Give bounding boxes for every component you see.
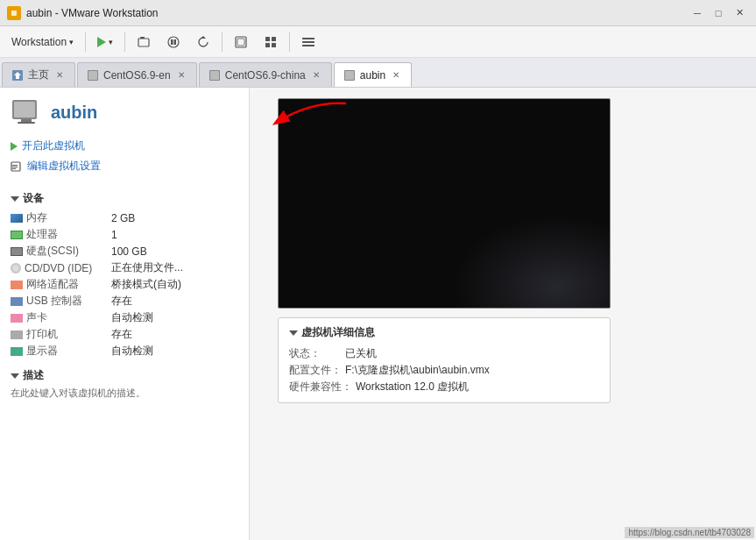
memory-label-cell: 内存 (11, 210, 111, 225)
red-arrow-annotation (258, 96, 355, 139)
left-scroll-area[interactable]: 设备 内存 2 GB 处理器 1 (0, 181, 249, 540)
details-triangle-icon (289, 330, 298, 336)
toolbar-separator-4 (289, 32, 290, 52)
maximize-button[interactable]: □ (709, 5, 728, 21)
sound-value: 自动检测 (111, 310, 153, 325)
minimize-button[interactable]: ─ (688, 5, 707, 21)
suspend-button[interactable] (160, 30, 187, 54)
vm-details-header: 虚拟机详细信息 (289, 325, 599, 340)
vm-icon (11, 96, 42, 128)
cd-label: CD/DVD (IDE) (25, 262, 92, 274)
app-icon (7, 6, 21, 20)
play-button[interactable]: ▾ (91, 30, 119, 54)
snapshot-icon (137, 35, 151, 49)
svg-rect-21 (210, 71, 219, 80)
revert-button[interactable] (190, 30, 216, 54)
svg-rect-14 (302, 38, 314, 39)
home-tab-icon (11, 69, 24, 82)
unity-icon (264, 35, 278, 49)
svg-rect-2 (138, 39, 149, 46)
svg-rect-16 (302, 45, 314, 46)
toolbar-separator-3 (222, 32, 223, 52)
cd-icon (11, 263, 21, 274)
start-vm-link[interactable]: 开启此虚拟机 (11, 137, 238, 155)
svg-rect-26 (21, 119, 32, 122)
svg-rect-3 (140, 37, 145, 39)
network-label: 网络适配器 (26, 277, 79, 292)
svg-rect-11 (272, 37, 276, 41)
devices-title: 设备 (23, 191, 44, 206)
device-row-print: 打印机 存在 (11, 326, 238, 343)
svg-rect-1 (11, 11, 17, 16)
tab-home-close[interactable]: ✕ (53, 69, 66, 82)
print-label-cell: 打印机 (11, 327, 111, 342)
edit-vm-icon (11, 160, 23, 173)
disk-value: 100 GB (111, 245, 147, 258)
svg-rect-27 (18, 122, 35, 124)
memory-label: 内存 (26, 210, 47, 225)
play-action-icon (11, 142, 18, 151)
devices-section-header[interactable]: 设备 (11, 191, 238, 206)
usb-label-cell: USB 控制器 (11, 294, 111, 309)
unity-button[interactable] (258, 30, 284, 54)
vm-actions: 开启此虚拟机 编辑虚拟机设置 (0, 133, 249, 181)
usb-value: 存在 (111, 294, 132, 309)
disk-icon (11, 247, 23, 256)
toolbar: Workstation ▾ ▾ (0, 26, 756, 58)
svg-rect-31 (12, 168, 16, 169)
settings-button[interactable] (295, 30, 321, 54)
svg-rect-29 (12, 165, 18, 166)
memory-icon (11, 214, 23, 223)
device-row-cpu: 处理器 1 (11, 226, 238, 243)
tab-centos-china[interactable]: CentOS6.9-china ✕ (199, 62, 332, 87)
tab-centos-china-close[interactable]: ✕ (310, 69, 322, 82)
tab-centos-en[interactable]: CentOS6.9-en ✕ (77, 62, 197, 87)
svg-rect-19 (88, 71, 97, 80)
devices-list: 内存 2 GB 处理器 1 硬盘(SCSI) 100 (11, 210, 238, 359)
svg-point-4 (168, 37, 179, 47)
cd-value: 正在使用文件... (111, 260, 183, 275)
tab-home[interactable]: 主页 ✕ (2, 62, 75, 87)
vm-header: aubin (0, 88, 249, 133)
svg-rect-6 (174, 39, 177, 45)
print-value: 存在 (111, 327, 132, 342)
settings-icon (301, 35, 315, 49)
device-row-cd: CD/DVD (IDE) 正在使用文件... (11, 259, 238, 276)
display-label-cell: 显示器 (11, 344, 111, 359)
close-button[interactable]: ✕ (730, 5, 749, 21)
disk-label: 硬盘(SCSI) (26, 244, 79, 259)
svg-rect-13 (272, 43, 276, 47)
tab-aubin[interactable]: aubin ✕ (334, 62, 412, 87)
description-section-header[interactable]: 描述 (11, 368, 238, 383)
toolbar-separator-1 (85, 32, 86, 52)
toolbar-separator-2 (124, 32, 125, 52)
device-row-network: 网络适配器 桥接模式(自动) (11, 276, 238, 293)
workstation-menu-button[interactable]: Workstation ▾ (5, 30, 80, 54)
tab-aubin-close[interactable]: ✕ (390, 69, 402, 82)
fullscreen-icon (234, 35, 248, 49)
description-triangle-icon (11, 373, 19, 379)
vm-hw-label: 硬件兼容性： (289, 380, 352, 394)
svg-rect-5 (171, 39, 173, 45)
play-icon (97, 37, 106, 47)
tab-centos-china-label: CentOS6.9-china (225, 69, 306, 82)
tab-centos-en-close[interactable]: ✕ (175, 69, 187, 82)
svg-rect-23 (345, 71, 354, 80)
svg-rect-10 (265, 37, 270, 41)
right-panel: 虚拟机详细信息 状态： 已关机 配置文件： F:\克隆虚拟机\aubin\aub… (250, 88, 756, 540)
sound-icon (11, 314, 23, 323)
svg-rect-12 (265, 43, 270, 47)
edit-vm-link[interactable]: 编辑虚拟机设置 (11, 157, 238, 175)
snapshot-button[interactable] (131, 30, 157, 54)
edit-vm-label: 编辑虚拟机设置 (27, 159, 101, 174)
vm-title: aubin (51, 103, 97, 123)
watermark: https://blog.csdn.net/tb4703028 (625, 527, 754, 538)
vm-config-label: 配置文件： (289, 363, 342, 378)
display-label: 显示器 (26, 344, 58, 359)
cpu-label: 处理器 (26, 227, 58, 242)
vm-status-label: 状态： (289, 346, 342, 361)
fullscreen-button[interactable] (228, 30, 254, 54)
memory-value: 2 GB (111, 212, 135, 224)
vm-preview-shine (435, 202, 610, 308)
sound-label: 声卡 (26, 310, 47, 325)
